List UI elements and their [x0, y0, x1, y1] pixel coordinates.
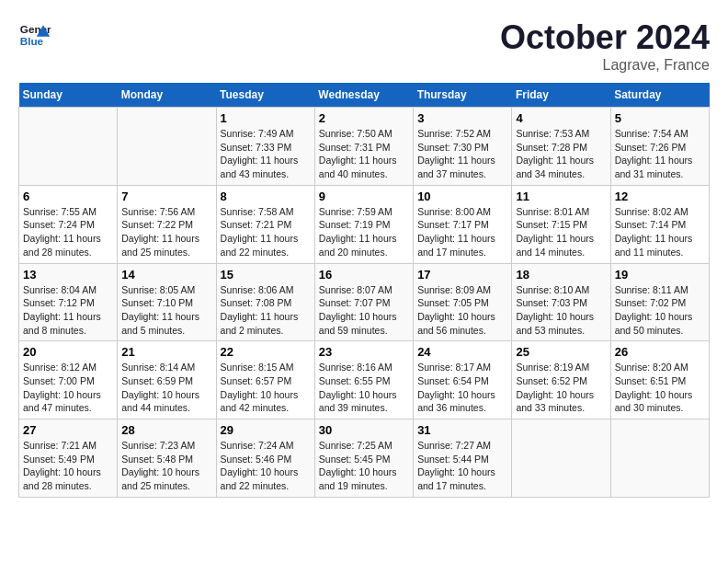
calendar-week-row: 1Sunrise: 7:49 AMSunset: 7:33 PMDaylight… [19, 108, 710, 186]
cell-info: Sunrise: 8:17 AMSunset: 6:54 PMDaylight:… [417, 361, 507, 415]
cell-info: Sunrise: 7:27 AMSunset: 5:44 PMDaylight:… [417, 439, 507, 493]
calendar-week-row: 13Sunrise: 8:04 AMSunset: 7:12 PMDayligh… [19, 263, 710, 341]
cell-info: Sunrise: 7:25 AMSunset: 5:45 PMDaylight:… [319, 439, 409, 493]
cell-info: Sunrise: 7:21 AMSunset: 5:49 PMDaylight:… [23, 439, 113, 493]
day-number: 8 [221, 190, 311, 203]
day-number: 29 [221, 423, 311, 437]
cell-info: Sunrise: 8:19 AMSunset: 6:52 PMDaylight:… [516, 361, 606, 415]
calendar-cell [19, 108, 118, 186]
day-number: 10 [417, 190, 507, 203]
day-number: 18 [516, 268, 606, 282]
cell-info: Sunrise: 8:04 AMSunset: 7:12 PMDaylight:… [23, 283, 113, 338]
day-number: 14 [121, 268, 211, 282]
day-number: 24 [417, 345, 507, 359]
calendar-cell: 26Sunrise: 8:20 AMSunset: 6:51 PMDayligh… [610, 341, 709, 419]
cell-info: Sunrise: 7:56 AMSunset: 7:22 PMDaylight:… [121, 205, 211, 259]
calendar-cell: 8Sunrise: 7:58 AMSunset: 7:21 PMDaylight… [216, 185, 314, 263]
calendar-cell: 18Sunrise: 8:10 AMSunset: 7:03 PMDayligh… [512, 263, 610, 341]
calendar-cell: 28Sunrise: 7:23 AMSunset: 5:48 PMDayligh… [118, 419, 216, 498]
calendar-cell: 2Sunrise: 7:50 AMSunset: 7:31 PMDaylight… [314, 108, 413, 186]
calendar-cell: 14Sunrise: 8:05 AMSunset: 7:10 PMDayligh… [118, 263, 216, 341]
day-number: 3 [417, 111, 507, 125]
calendar-cell: 20Sunrise: 8:12 AMSunset: 7:00 PMDayligh… [19, 341, 118, 419]
weekday-header: Wednesday [314, 83, 413, 108]
calendar-cell: 16Sunrise: 8:07 AMSunset: 7:07 PMDayligh… [314, 263, 413, 341]
calendar-cell: 22Sunrise: 8:15 AMSunset: 6:57 PMDayligh… [216, 341, 314, 419]
cell-info: Sunrise: 8:07 AMSunset: 7:07 PMDaylight:… [319, 283, 409, 338]
calendar-cell: 23Sunrise: 8:16 AMSunset: 6:55 PMDayligh… [314, 341, 413, 419]
day-number: 11 [516, 190, 606, 203]
day-number: 31 [417, 423, 507, 437]
day-number: 28 [121, 423, 211, 437]
cell-info: Sunrise: 8:11 AMSunset: 7:02 PMDaylight:… [615, 283, 705, 338]
weekday-header: Saturday [610, 83, 709, 108]
calendar-cell: 9Sunrise: 7:59 AMSunset: 7:19 PMDaylight… [314, 185, 413, 263]
weekday-header: Tuesday [216, 83, 314, 108]
cell-info: Sunrise: 7:52 AMSunset: 7:30 PMDaylight:… [417, 127, 507, 181]
calendar-cell [512, 419, 610, 498]
day-number: 7 [121, 190, 211, 203]
day-number: 26 [615, 345, 705, 359]
day-number: 27 [23, 423, 113, 437]
day-number: 5 [615, 111, 705, 125]
cell-info: Sunrise: 8:12 AMSunset: 7:00 PMDaylight:… [23, 361, 113, 415]
day-number: 30 [319, 423, 409, 437]
cell-info: Sunrise: 7:58 AMSunset: 7:21 PMDaylight:… [221, 205, 311, 259]
calendar-cell: 11Sunrise: 8:01 AMSunset: 7:15 PMDayligh… [512, 185, 610, 263]
calendar-cell: 6Sunrise: 7:55 AMSunset: 7:24 PMDaylight… [19, 185, 118, 263]
calendar-cell: 25Sunrise: 8:19 AMSunset: 6:52 PMDayligh… [512, 341, 610, 419]
calendar-cell: 15Sunrise: 8:06 AMSunset: 7:08 PMDayligh… [216, 263, 314, 341]
logo: General Blue [18, 18, 51, 52]
calendar-week-row: 6Sunrise: 7:55 AMSunset: 7:24 PMDaylight… [19, 185, 710, 263]
weekday-header-row: SundayMondayTuesdayWednesdayThursdayFrid… [19, 83, 710, 108]
day-number: 12 [615, 190, 705, 203]
calendar-cell [118, 108, 216, 186]
day-number: 2 [319, 111, 409, 125]
calendar-cell: 27Sunrise: 7:21 AMSunset: 5:49 PMDayligh… [19, 419, 118, 498]
day-number: 6 [23, 190, 113, 203]
calendar-cell: 5Sunrise: 7:54 AMSunset: 7:26 PMDaylight… [610, 108, 709, 186]
calendar-table: SundayMondayTuesdayWednesdayThursdayFrid… [18, 83, 710, 498]
weekday-header: Monday [118, 83, 216, 108]
calendar-cell: 29Sunrise: 7:24 AMSunset: 5:46 PMDayligh… [216, 419, 314, 498]
cell-info: Sunrise: 7:53 AMSunset: 7:28 PMDaylight:… [516, 127, 606, 181]
cell-info: Sunrise: 7:49 AMSunset: 7:33 PMDaylight:… [221, 127, 311, 181]
cell-info: Sunrise: 8:00 AMSunset: 7:17 PMDaylight:… [417, 205, 507, 259]
location: Lagrave, France [500, 57, 710, 74]
calendar-cell: 3Sunrise: 7:52 AMSunset: 7:30 PMDaylight… [414, 108, 512, 186]
calendar-cell: 17Sunrise: 8:09 AMSunset: 7:05 PMDayligh… [414, 263, 512, 341]
day-number: 25 [516, 345, 606, 359]
cell-info: Sunrise: 7:23 AMSunset: 5:48 PMDaylight:… [121, 439, 211, 493]
logo-icon: General Blue [18, 18, 51, 52]
day-number: 22 [221, 345, 311, 359]
cell-info: Sunrise: 8:10 AMSunset: 7:03 PMDaylight:… [516, 283, 606, 338]
cell-info: Sunrise: 7:55 AMSunset: 7:24 PMDaylight:… [23, 205, 113, 259]
day-number: 21 [121, 345, 211, 359]
title-block: October 2024 Lagrave, France [500, 18, 710, 74]
calendar-cell: 19Sunrise: 8:11 AMSunset: 7:02 PMDayligh… [610, 263, 709, 341]
month-title: October 2024 [500, 18, 710, 57]
day-number: 23 [319, 345, 409, 359]
cell-info: Sunrise: 7:54 AMSunset: 7:26 PMDaylight:… [615, 127, 705, 181]
cell-info: Sunrise: 8:01 AMSunset: 7:15 PMDaylight:… [516, 205, 606, 259]
weekday-header: Friday [512, 83, 610, 108]
cell-info: Sunrise: 7:59 AMSunset: 7:19 PMDaylight:… [319, 205, 409, 259]
cell-info: Sunrise: 8:15 AMSunset: 6:57 PMDaylight:… [221, 361, 311, 415]
day-number: 9 [319, 190, 409, 203]
cell-info: Sunrise: 8:02 AMSunset: 7:14 PMDaylight:… [615, 205, 705, 259]
cell-info: Sunrise: 8:09 AMSunset: 7:05 PMDaylight:… [417, 283, 507, 338]
calendar-cell: 12Sunrise: 8:02 AMSunset: 7:14 PMDayligh… [610, 185, 709, 263]
calendar-cell: 7Sunrise: 7:56 AMSunset: 7:22 PMDaylight… [118, 185, 216, 263]
day-number: 15 [221, 268, 311, 282]
cell-info: Sunrise: 8:05 AMSunset: 7:10 PMDaylight:… [121, 283, 211, 338]
calendar-cell: 21Sunrise: 8:14 AMSunset: 6:59 PMDayligh… [118, 341, 216, 419]
day-number: 20 [23, 345, 113, 359]
cell-info: Sunrise: 7:24 AMSunset: 5:46 PMDaylight:… [221, 439, 311, 493]
calendar-cell: 1Sunrise: 7:49 AMSunset: 7:33 PMDaylight… [216, 108, 314, 186]
day-number: 1 [221, 111, 311, 125]
day-number: 4 [516, 111, 606, 125]
calendar-cell: 31Sunrise: 7:27 AMSunset: 5:44 PMDayligh… [414, 419, 512, 498]
cell-info: Sunrise: 8:14 AMSunset: 6:59 PMDaylight:… [121, 361, 211, 415]
calendar-week-row: 27Sunrise: 7:21 AMSunset: 5:49 PMDayligh… [19, 419, 710, 498]
day-number: 17 [417, 268, 507, 282]
